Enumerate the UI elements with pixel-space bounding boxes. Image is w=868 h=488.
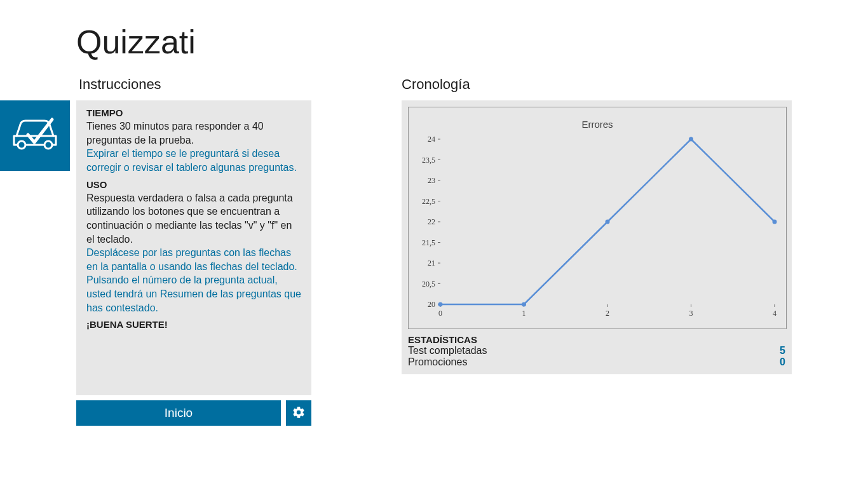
- svg-text:20,5: 20,5: [422, 280, 435, 288]
- tiempo-text-1: Tienes 30 minutos para responder a 40 pr…: [86, 119, 301, 147]
- app-title: Quizzati: [0, 0, 868, 61]
- svg-text:20: 20: [428, 300, 435, 309]
- svg-point-1: [44, 141, 52, 149]
- chronology-card: Errores 2020,52121,52222,52323,52401234 …: [402, 100, 792, 374]
- svg-text:3: 3: [689, 309, 693, 318]
- instructions-card: TIEMPO Tienes 30 minutos para responder …: [76, 100, 311, 395]
- errors-chart: Errores 2020,52121,52222,52323,52401234: [408, 107, 787, 329]
- svg-point-31: [522, 302, 526, 307]
- uso-header: USO: [86, 179, 301, 191]
- svg-point-0: [18, 141, 25, 149]
- svg-point-33: [689, 137, 693, 142]
- stat-tests-label: Test completadas: [408, 345, 487, 356]
- stat-promotions-value: 0: [780, 356, 785, 368]
- start-button[interactable]: Inicio: [76, 400, 281, 426]
- instructions-heading: Instrucciones: [76, 76, 395, 93]
- good-luck-text: ¡BUENA SUERTE!: [86, 318, 301, 331]
- gear-icon: [292, 405, 306, 421]
- stat-tests-value: 5: [780, 345, 785, 356]
- uso-text-1: Respuesta verdadera o falsa a cada pregu…: [86, 191, 301, 246]
- svg-text:2: 2: [606, 309, 609, 318]
- settings-button[interactable]: [286, 400, 311, 426]
- uso-text-2: Desplácese por las preguntas con las fle…: [86, 246, 301, 315]
- svg-text:21: 21: [428, 259, 435, 268]
- stats-header: ESTADÍSTICAS: [408, 334, 785, 345]
- app-tile: [0, 100, 70, 171]
- svg-text:23,5: 23,5: [422, 156, 435, 165]
- car-check-icon: [10, 117, 60, 155]
- svg-text:22,5: 22,5: [422, 197, 435, 206]
- svg-text:4: 4: [773, 309, 776, 318]
- svg-text:24: 24: [428, 135, 435, 144]
- svg-point-32: [606, 220, 610, 224]
- svg-text:22: 22: [428, 217, 435, 226]
- svg-text:1: 1: [522, 309, 526, 318]
- tiempo-header: TIEMPO: [86, 107, 301, 119]
- svg-text:0: 0: [438, 309, 442, 318]
- tiempo-text-2: Expirar el tiempo se le preguntará si de…: [86, 147, 301, 174]
- chronology-heading: Cronología: [402, 76, 792, 93]
- svg-point-34: [773, 220, 777, 224]
- stat-promotions-label: Promociones: [408, 356, 467, 368]
- svg-point-30: [438, 302, 443, 307]
- svg-text:21,5: 21,5: [422, 238, 435, 247]
- svg-text:23: 23: [428, 176, 435, 185]
